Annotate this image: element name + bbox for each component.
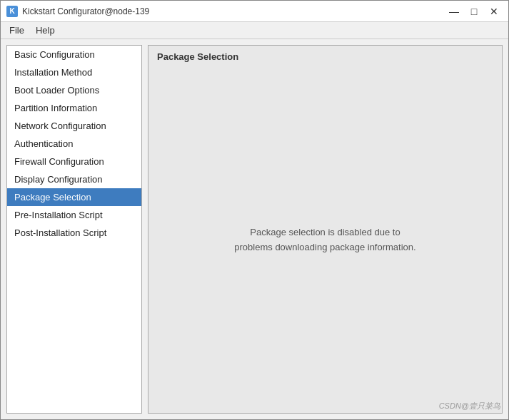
menu-file[interactable]: File	[4, 24, 30, 37]
menu-help[interactable]: Help	[30, 24, 61, 37]
disabled-message-line2: problems downloading package information…	[234, 242, 415, 252]
maximize-button[interactable]: □	[465, 4, 483, 19]
content-area: Basic Configuration Installation Method …	[1, 39, 508, 419]
sidebar-item-firewall-configuration[interactable]: Firewall Configuration	[7, 153, 141, 170]
close-button[interactable]: ✕	[485, 4, 503, 19]
main-window: K Kickstart Configurator@node-139 — □ ✕ …	[0, 0, 509, 420]
app-icon: K	[6, 6, 18, 17]
title-bar: K Kickstart Configurator@node-139 — □ ✕	[1, 1, 508, 22]
sidebar-item-post-installation-script[interactable]: Post-Installation Script	[7, 224, 141, 242]
title-bar-left: K Kickstart Configurator@node-139	[6, 6, 149, 17]
disabled-message-line1: Package selection is disabled due to	[250, 227, 400, 237]
minimize-button[interactable]: —	[445, 4, 463, 19]
sidebar-item-package-selection[interactable]: Package Selection	[7, 188, 141, 206]
watermark: CSDN@壹只菜鸟	[439, 401, 500, 411]
sidebar-item-pre-installation-script[interactable]: Pre-Installation Script	[7, 206, 141, 224]
panel-content: Package selection is disabled due to pro…	[148, 68, 502, 413]
sidebar-item-boot-loader-options[interactable]: Boot Loader Options	[7, 81, 141, 99]
sidebar-item-network-configuration[interactable]: Network Configuration	[7, 117, 141, 135]
title-bar-controls: — □ ✕	[445, 4, 503, 19]
window-title: Kickstart Configurator@node-139	[22, 6, 149, 16]
menu-bar: File Help	[1, 22, 508, 39]
sidebar-item-partition-information[interactable]: Partition Information	[7, 99, 141, 117]
sidebar-item-basic-configuration[interactable]: Basic Configuration	[7, 46, 141, 63]
sidebar: Basic Configuration Installation Method …	[6, 45, 142, 414]
disabled-message: Package selection is disabled due to pro…	[234, 225, 415, 255]
sidebar-item-display-configuration[interactable]: Display Configuration	[7, 170, 141, 188]
main-panel: Package Selection Package selection is d…	[148, 45, 503, 414]
panel-title: Package Selection	[148, 46, 502, 68]
sidebar-item-installation-method[interactable]: Installation Method	[7, 63, 141, 81]
sidebar-item-authentication[interactable]: Authentication	[7, 135, 141, 153]
